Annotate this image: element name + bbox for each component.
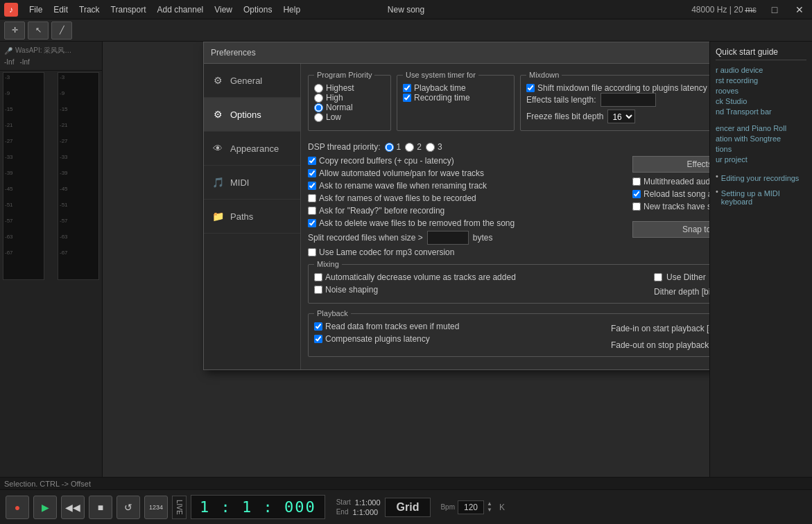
read-muted-checkbox[interactable] xyxy=(314,322,322,331)
ask-names-checkbox[interactable] xyxy=(308,194,316,202)
minimize-btn[interactable]: — xyxy=(737,0,762,19)
play-btn[interactable]: ▶ xyxy=(33,496,57,519)
record-btn[interactable]: ● xyxy=(6,496,29,519)
shift-mixdown-checkbox[interactable] xyxy=(526,84,535,92)
recording-time-checkbox[interactable] xyxy=(403,94,411,102)
menu-track[interactable]: Track xyxy=(74,3,105,17)
right-help-panel: Quick start guide r audio device rst rec… xyxy=(709,42,812,489)
playback-time-check[interactable]: Playback time xyxy=(403,83,508,93)
nav-general[interactable]: ⚙ General xyxy=(204,64,300,98)
nav-appearance[interactable]: 👁 Appearance xyxy=(204,132,300,166)
auto-decrease-label: Automatically decrease volume as tracks … xyxy=(325,272,516,282)
help-link-midi[interactable]: Setting up a MIDI keyboard xyxy=(721,189,806,206)
bpm-up[interactable]: ▲ xyxy=(487,501,492,507)
paths-icon: 📁 xyxy=(211,209,225,223)
rewind-btn[interactable]: ◀◀ xyxy=(61,496,85,519)
nav-paths[interactable]: 📁 Paths xyxy=(204,200,300,234)
toolbar-cursor[interactable]: ↖ xyxy=(28,21,49,40)
menu-add-channel[interactable]: Add channel xyxy=(152,3,209,17)
menu-transport[interactable]: Transport xyxy=(105,3,152,17)
dsp-2[interactable]: 2 xyxy=(405,142,422,152)
mixing-legend: Mixing xyxy=(314,260,342,268)
loop-btn[interactable]: ↺ xyxy=(116,496,140,519)
help-link-songtree[interactable]: ation with Songtree xyxy=(716,134,806,143)
dsp-3[interactable]: 3 xyxy=(426,142,442,152)
editing-link-row: • Editing your recordings xyxy=(716,172,806,184)
menu-options[interactable]: Options xyxy=(238,3,277,17)
noise-shaping-label: Noise shaping xyxy=(325,285,378,295)
pattern-btn[interactable]: 1234 xyxy=(144,496,168,519)
live-indicator: LIVE xyxy=(172,496,187,519)
help-link-studio[interactable]: ck Studio xyxy=(716,97,806,105)
toolbar-draw[interactable]: ╱ xyxy=(51,21,72,40)
priority-low[interactable]: Low xyxy=(314,112,385,122)
help-link-tions[interactable]: tions xyxy=(716,145,806,153)
priority-normal-radio[interactable] xyxy=(314,103,323,112)
lame-codec-checkbox[interactable] xyxy=(308,248,316,256)
new-tracks-checkbox[interactable] xyxy=(632,202,641,211)
bpm-value: 120 xyxy=(464,503,478,512)
menu-view[interactable]: View xyxy=(209,3,238,17)
dsp-radio-1[interactable] xyxy=(385,143,394,152)
menu-file[interactable]: File xyxy=(24,3,48,17)
ask-rename-label: Ask to rename wave file when renaming tr… xyxy=(319,181,487,191)
toolbar-select[interactable]: ✛ xyxy=(4,21,25,40)
multithreaded-checkbox[interactable] xyxy=(632,177,641,186)
bpm-label: Bpm xyxy=(440,503,455,511)
help-link-audio[interactable]: r audio device xyxy=(716,66,806,74)
copy-record-checkbox[interactable] xyxy=(308,157,316,165)
read-muted-option: Read data from tracks even if muted xyxy=(314,322,597,331)
close-btn[interactable]: ✕ xyxy=(787,0,812,19)
help-link-editing[interactable]: Editing your recordings xyxy=(721,174,800,182)
help-link-grooves[interactable]: rooves xyxy=(716,87,806,95)
menu-edit[interactable]: Edit xyxy=(48,3,74,17)
left-sidebar: 🎤 WasAPI: 采风风… -Inf -Inf -3-9-15-21-27-3… xyxy=(0,42,103,489)
help-link-sequencer[interactable]: encer and Piano Roll xyxy=(716,124,806,132)
help-link-project[interactable]: ur project xyxy=(716,155,806,164)
priority-high-radio[interactable] xyxy=(314,94,323,103)
bpm-down[interactable]: ▼ xyxy=(487,507,492,513)
freeze-bit-select[interactable]: 16 8 24 32 xyxy=(607,110,635,123)
help-link-transport[interactable]: nd Transport bar xyxy=(716,107,806,116)
ask-delete-option: Ask to delete wave files to be removed f… xyxy=(308,218,627,228)
allow-auto-checkbox[interactable] xyxy=(308,169,316,177)
read-muted-label: Read data from tracks even if muted xyxy=(325,322,459,331)
recording-time-check[interactable]: Recording time xyxy=(403,93,508,103)
reload-last-checkbox[interactable] xyxy=(632,190,641,198)
maximize-btn[interactable]: □ xyxy=(762,0,787,19)
help-link-recording[interactable]: rst recording xyxy=(716,76,806,85)
midi-link-row: • Setting up a MIDI keyboard xyxy=(716,187,806,208)
copy-record-label: Copy record buffers (+ cpu - latency) xyxy=(319,156,454,166)
priority-low-radio[interactable] xyxy=(314,113,323,122)
split-value-input[interactable]: 0 xyxy=(427,231,469,245)
priority-high[interactable]: High xyxy=(314,93,385,103)
end-value: 1:1:000 xyxy=(353,508,379,516)
dsp-1[interactable]: 1 xyxy=(385,142,401,152)
menu-help[interactable]: Help xyxy=(277,3,306,17)
general-icon: ⚙ xyxy=(211,73,225,87)
ask-rename-checkbox[interactable] xyxy=(308,182,316,190)
k-display: K xyxy=(499,503,505,512)
compensate-latency-checkbox[interactable] xyxy=(314,335,322,343)
playback-time-checkbox[interactable] xyxy=(403,84,411,92)
auto-decrease-checkbox[interactable] xyxy=(314,273,322,281)
priority-normal[interactable]: Normal xyxy=(314,103,385,112)
ask-ready-checkbox[interactable] xyxy=(308,207,316,215)
stop-btn[interactable]: ■ xyxy=(89,496,112,519)
use-dither-checkbox[interactable] xyxy=(654,273,662,281)
dsp-radio-2[interactable] xyxy=(405,143,414,152)
allow-auto-option: Allow automated volume/pan for wave trac… xyxy=(308,168,627,178)
transport-bar: ● ▶ ◀◀ ■ ↺ 1234 LIVE 1 : 1 : 000 Start 1… xyxy=(0,489,812,524)
freeze-bit-label: Freeze files bit depth xyxy=(526,112,603,121)
nav-options[interactable]: ⚙ Options xyxy=(204,98,300,132)
nav-general-label: General xyxy=(230,76,262,86)
ask-delete-checkbox[interactable] xyxy=(308,219,316,227)
nav-midi[interactable]: 🎵 MIDI xyxy=(204,166,300,200)
split-unit: bytes xyxy=(473,233,493,243)
priority-highest[interactable]: Highest xyxy=(314,83,385,93)
ask-names-option: Ask for names of wave files to be record… xyxy=(308,193,627,203)
noise-shaping-checkbox[interactable] xyxy=(314,286,322,294)
dsp-radio-3[interactable] xyxy=(426,143,435,152)
priority-highest-radio[interactable] xyxy=(314,84,323,93)
effects-tails-input[interactable]: 1:2:959 xyxy=(601,93,656,107)
